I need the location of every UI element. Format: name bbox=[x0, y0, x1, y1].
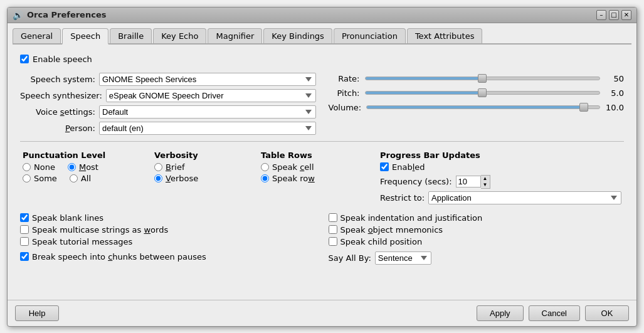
speak-object-checkbox[interactable] bbox=[329, 225, 337, 234]
speak-row-label: Speak row bbox=[272, 174, 315, 183]
speak-child-label: Speak child position bbox=[340, 237, 423, 246]
punctuation-all-label: All bbox=[81, 174, 91, 183]
say-all-spinbox: Sentence Line bbox=[375, 251, 431, 265]
speak-multicase-label: Speak multicase strings as words bbox=[32, 225, 168, 235]
speech-system-label: Speech system: bbox=[20, 75, 95, 84]
speak-indentation-checkbox[interactable] bbox=[329, 213, 337, 222]
speak-multicase-checkbox[interactable] bbox=[20, 225, 29, 234]
verbosity-brief-label: Brief bbox=[166, 162, 184, 172]
close-button[interactable]: ✕ bbox=[621, 10, 631, 20]
minimize-button[interactable]: – bbox=[596, 10, 606, 20]
sliders-form: Rate: 50 Pitch: 5.0 Volume: 10.0 bbox=[329, 73, 625, 135]
maximize-button[interactable]: □ bbox=[609, 10, 619, 20]
speak-object-label: Speak object mnemonics bbox=[340, 225, 443, 235]
main-window: 🔊 Orca Preferences – □ ✕ General Speech … bbox=[7, 7, 637, 327]
frequency-row: Frequency (secs): 10 ▲ ▼ bbox=[380, 175, 621, 189]
divider bbox=[20, 141, 624, 142]
speech-system-row: Speech system: GNOME Speech Services bbox=[20, 73, 316, 86]
volume-slider[interactable] bbox=[366, 105, 600, 109]
titlebar: 🔊 Orca Preferences – □ ✕ bbox=[8, 8, 636, 23]
dropdowns-form: Speech system: GNOME Speech Services Spe… bbox=[20, 73, 316, 135]
enable-speech-row: Enable speech bbox=[20, 55, 624, 64]
verbosity-verbose-radio[interactable] bbox=[154, 174, 162, 182]
speak-blank-lines-item: Speak blank lines bbox=[20, 213, 316, 223]
say-all-row: Say All By: Sentence Line bbox=[329, 251, 625, 265]
speak-blank-lines-checkbox[interactable] bbox=[20, 213, 29, 222]
punctuation-none-label: None bbox=[34, 162, 55, 172]
verbosity-brief-row: Brief bbox=[154, 162, 250, 172]
tab-bar: General Speech Braille Key Echo Magnifie… bbox=[13, 28, 631, 45]
progress-bar-title: Progress Bar Updates bbox=[380, 151, 621, 160]
rate-label: Rate: bbox=[329, 74, 360, 83]
speak-cell-radio[interactable] bbox=[261, 163, 269, 171]
form-sliders-grid: Speech system: GNOME Speech Services Spe… bbox=[20, 73, 624, 135]
verbosity-radios: Brief Verbose bbox=[154, 162, 250, 183]
punctuation-some-label: Some bbox=[34, 174, 57, 183]
frequency-input[interactable]: 10 bbox=[456, 176, 481, 188]
window-title: Orca Preferences bbox=[27, 10, 106, 19]
break-speech-checkbox[interactable] bbox=[20, 252, 29, 261]
verbosity-title: Verbosity bbox=[154, 151, 250, 160]
speak-row-radio[interactable] bbox=[261, 174, 269, 182]
tab-key-echo[interactable]: Key Echo bbox=[153, 28, 206, 43]
footer-right: Apply Cancel OK bbox=[477, 305, 629, 321]
tab-key-bindings[interactable]: Key Bindings bbox=[263, 28, 332, 43]
apply-button[interactable]: Apply bbox=[477, 305, 524, 321]
restrict-select[interactable]: Application Window All bbox=[428, 191, 621, 204]
voice-settings-select[interactable]: Default bbox=[99, 105, 316, 119]
pitch-value: 5.0 bbox=[605, 88, 624, 98]
footer: Help Apply Cancel OK bbox=[8, 300, 636, 326]
tab-general[interactable]: General bbox=[13, 28, 61, 43]
pitch-label: Pitch: bbox=[329, 88, 360, 98]
punctuation-most-row: Most bbox=[68, 162, 98, 172]
titlebar-buttons: – □ ✕ bbox=[596, 10, 631, 20]
ok-button[interactable]: OK bbox=[585, 305, 629, 321]
speech-system-select[interactable]: GNOME Speech Services bbox=[99, 73, 316, 86]
break-speech-item: Break speech into chunks between pauses bbox=[20, 249, 316, 265]
tab-text-attributes[interactable]: Text Attributes bbox=[407, 28, 483, 43]
cancel-button[interactable]: Cancel bbox=[529, 305, 580, 321]
speak-tutorial-label: Speak tutorial messages bbox=[32, 237, 132, 246]
tab-speech[interactable]: Speech bbox=[62, 28, 108, 45]
speak-object-item: Speak object mnemonics bbox=[329, 225, 625, 235]
tab-pronunciation[interactable]: Pronunciation bbox=[334, 28, 406, 43]
tab-braille[interactable]: Braille bbox=[110, 28, 152, 43]
verbosity-brief-radio[interactable] bbox=[154, 163, 162, 171]
punctuation-all-radio[interactable] bbox=[70, 174, 78, 182]
person-row: Person: default (en) bbox=[20, 122, 316, 135]
help-button[interactable]: Help bbox=[15, 305, 59, 321]
progress-enabled-checkbox[interactable] bbox=[380, 162, 389, 171]
enable-speech-checkbox[interactable] bbox=[20, 55, 29, 63]
frequency-down-arrow[interactable]: ▼ bbox=[481, 182, 490, 188]
speak-child-checkbox[interactable] bbox=[329, 237, 337, 246]
table-rows-title: Table Rows bbox=[261, 151, 369, 160]
pitch-row: Pitch: 5.0 bbox=[329, 88, 625, 98]
frequency-up-arrow[interactable]: ▲ bbox=[481, 176, 490, 182]
speak-tutorial-checkbox[interactable] bbox=[20, 237, 29, 246]
say-all-label: Say All By: bbox=[329, 253, 371, 263]
punctuation-most-radio[interactable] bbox=[68, 163, 76, 171]
speak-cell-row: Speak cell bbox=[261, 162, 369, 172]
punctuation-some-radio[interactable] bbox=[23, 174, 31, 182]
rate-slider[interactable] bbox=[365, 77, 601, 80]
progress-enabled-label: Enabled bbox=[392, 162, 425, 172]
speech-synthesizer-row: Speech synthesizer: eSpeak GNOME Speech … bbox=[20, 89, 316, 102]
volume-label: Volume: bbox=[329, 103, 362, 112]
punctuation-section: Punctuation Level None Most bbox=[20, 151, 145, 204]
speak-indentation-label: Speak indentation and justification bbox=[340, 213, 483, 223]
restrict-row: Restrict to: Application Window All bbox=[380, 191, 621, 204]
voice-settings-label: Voice settings: bbox=[20, 107, 95, 117]
volume-row: Volume: 10.0 bbox=[329, 103, 625, 112]
punctuation-all-row: All bbox=[70, 174, 91, 183]
punctuation-some-row: Some bbox=[23, 174, 57, 183]
say-all-select[interactable]: Sentence Line bbox=[375, 251, 431, 265]
punctuation-none-radio[interactable] bbox=[23, 163, 31, 171]
pitch-slider[interactable] bbox=[365, 91, 601, 95]
person-select[interactable]: default (en) bbox=[99, 122, 316, 135]
speech-synthesizer-select[interactable]: eSpeak GNOME Speech Driver bbox=[106, 89, 316, 102]
punctuation-title: Punctuation Level bbox=[23, 151, 143, 160]
verbosity-verbose-label: Verbose bbox=[166, 174, 198, 183]
speak-blank-lines-label: Speak blank lines bbox=[32, 213, 103, 223]
rate-value: 50 bbox=[605, 74, 624, 83]
tab-magnifier[interactable]: Magnifier bbox=[208, 28, 262, 43]
